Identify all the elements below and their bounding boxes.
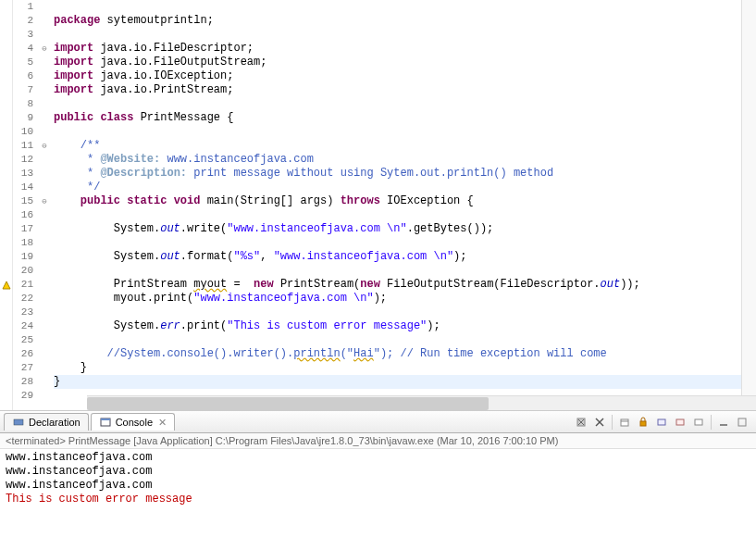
line-number: 13 — [13, 167, 33, 181]
marker-slot — [0, 0, 12, 14]
console-output[interactable]: www.instanceofjava.comwww.instanceofjava… — [0, 449, 756, 537]
marker-slot — [0, 306, 12, 319]
tab-declaration-label: Declaration — [29, 417, 81, 428]
code-lines[interactable]: package sytemoutprintln;import java.io.F… — [50, 0, 756, 403]
code-line[interactable]: System.err.print("This is custom error m… — [54, 319, 756, 333]
marker-slot — [0, 222, 12, 236]
marker-slot — [0, 139, 12, 153]
code-line[interactable]: * @Description: print message without us… — [54, 167, 756, 181]
code-line[interactable]: } — [54, 361, 756, 375]
code-line[interactable] — [54, 236, 756, 250]
code-line[interactable]: /** — [54, 139, 756, 153]
remove-launch-button[interactable] — [573, 414, 589, 431]
code-line[interactable]: System.out.format("%s", "www.instanceofj… — [54, 250, 756, 264]
marker-slot — [0, 375, 12, 389]
horizontal-scrollbar[interactable] — [87, 395, 756, 410]
fold-toggle — [39, 306, 50, 319]
tab-console[interactable]: Console ✕ — [91, 413, 175, 431]
warning-marker-icon — [0, 278, 12, 292]
fold-toggle — [39, 264, 50, 278]
code-line[interactable]: package sytemoutprintln; — [54, 14, 756, 28]
fold-toggle — [39, 222, 50, 236]
code-line[interactable]: } — [54, 375, 756, 389]
svg-rect-15 — [720, 424, 727, 426]
clear-console-button[interactable] — [616, 414, 633, 431]
code-line[interactable]: myout.print("www.instanceofjava.com \n")… — [54, 292, 756, 306]
line-number: 27 — [13, 361, 33, 375]
code-line[interactable]: public class PrintMessage { — [54, 111, 756, 125]
marker-slot — [0, 264, 12, 278]
close-icon[interactable]: ✕ — [158, 417, 167, 429]
code-line[interactable] — [54, 97, 756, 111]
pin-console-button[interactable] — [672, 414, 688, 431]
code-line[interactable] — [54, 0, 756, 14]
code-line[interactable]: PrintStream myout = new PrintStream(new … — [54, 278, 756, 292]
panel-tabbar: Declaration Console ✕ — [0, 411, 756, 433]
line-number: 8 — [13, 97, 33, 111]
code-line[interactable] — [54, 125, 756, 139]
svg-rect-9 — [621, 419, 628, 426]
fold-toggle[interactable]: ⊖ — [39, 42, 50, 56]
code-line[interactable]: import java.io.FileDescriptor; — [54, 42, 756, 56]
fold-toggle — [39, 69, 50, 83]
fold-toggle[interactable]: ⊖ — [39, 139, 50, 153]
code-line[interactable]: import java.io.IOException; — [54, 69, 756, 83]
separator — [612, 415, 613, 430]
line-number: 29 — [13, 389, 33, 403]
marker-slot — [0, 14, 12, 28]
marker-slot — [0, 208, 12, 222]
marker-slot — [0, 333, 12, 347]
code-line[interactable] — [54, 306, 756, 319]
remove-all-button[interactable] — [591, 414, 608, 431]
code-line[interactable] — [54, 264, 756, 278]
line-number: 19 — [13, 250, 33, 264]
code-line[interactable]: //System.console().writer().println("Hai… — [54, 347, 756, 361]
svg-rect-16 — [738, 418, 746, 426]
svg-rect-1 — [14, 419, 23, 425]
marker-slot — [0, 83, 12, 97]
console-error-line: This is custom error message — [6, 493, 750, 506]
show-console-button[interactable] — [653, 414, 670, 431]
fold-toggle[interactable]: ⊖ — [39, 194, 50, 208]
scroll-lock-button[interactable] — [635, 414, 651, 431]
code-line[interactable]: import java.io.PrintStream; — [54, 83, 756, 97]
console-output-line: www.instanceofjava.com — [6, 451, 750, 465]
code-line[interactable] — [54, 28, 756, 42]
fold-toggle — [39, 208, 50, 222]
line-number: 18 — [13, 236, 33, 250]
display-selected-button[interactable] — [690, 414, 707, 431]
marker-slot — [0, 389, 12, 403]
code-line[interactable]: System.out.write("www.instanceofjava.com… — [54, 222, 756, 236]
code-line[interactable] — [54, 333, 756, 347]
scrollbar-thumb[interactable] — [87, 397, 489, 410]
fold-column: ⊖⊖⊖ — [39, 0, 50, 410]
line-number: 21 — [13, 278, 33, 292]
vertical-scrollbar[interactable] — [741, 0, 756, 395]
code-line[interactable]: * @Website: www.instanceofjava.com — [54, 153, 756, 167]
marker-slot — [0, 125, 12, 139]
fold-toggle — [39, 181, 50, 194]
line-number: 22 — [13, 292, 33, 306]
marker-slot — [0, 111, 12, 125]
minimize-button[interactable] — [715, 414, 732, 431]
code-line[interactable]: public static void main(String[] args) t… — [54, 194, 756, 208]
code-editor[interactable]: 1234567891011121314151617181920212223242… — [0, 0, 756, 411]
code-line[interactable]: import java.io.FileOutputStream; — [54, 56, 756, 69]
marker-slot — [0, 42, 12, 56]
fold-toggle — [39, 0, 50, 14]
code-area[interactable]: package sytemoutprintln;import java.io.F… — [50, 0, 756, 410]
marker-slot — [0, 28, 12, 42]
marker-slot — [0, 292, 12, 306]
marker-column — [0, 0, 13, 410]
separator — [711, 415, 712, 430]
line-number: 9 — [13, 111, 33, 125]
fold-toggle — [39, 97, 50, 111]
line-number: 24 — [13, 319, 33, 333]
line-number: 3 — [13, 28, 33, 42]
code-line[interactable] — [54, 208, 756, 222]
maximize-button[interactable] — [734, 414, 750, 431]
code-line[interactable]: */ — [54, 181, 756, 194]
line-number: 5 — [13, 56, 33, 69]
line-number: 14 — [13, 181, 33, 194]
tab-declaration[interactable]: Declaration — [4, 413, 89, 431]
